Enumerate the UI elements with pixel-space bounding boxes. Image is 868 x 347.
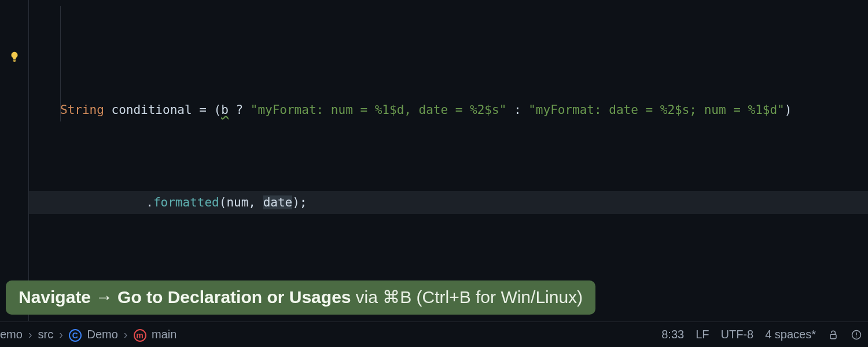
method-icon: m (134, 329, 146, 342)
code-line-current[interactable]: .formatted(num, date); (29, 191, 868, 214)
hint-action-name: Go to Declaration or Usages (117, 286, 351, 308)
status-bar: emo › src › C Demo › m main 8:33 LF UTF-… (0, 322, 868, 347)
class-icon: C (69, 329, 82, 342)
gutter (0, 0, 29, 321)
intention-bulb-icon[interactable] (8, 50, 21, 65)
svg-rect-1 (13, 61, 16, 62)
hint-shortcut-text: via ⌘B (Ctrl+B for Win/Linux) (356, 286, 583, 308)
chevron-right-icon: › (124, 328, 128, 341)
caret-position[interactable]: 8:33 (661, 328, 684, 341)
code-line[interactable]: String conditional = (b ? "myFormat: num… (29, 98, 868, 121)
breadcrumbs[interactable]: emo › src › C Demo › m main (0, 328, 176, 342)
readonly-lock-icon[interactable] (827, 329, 839, 341)
arrow-icon: → (95, 286, 113, 308)
hint-menu-path: Navigate (19, 286, 91, 308)
editor-area: String conditional = (b ? "myFormat: num… (0, 0, 868, 321)
breadcrumb-item[interactable]: src (38, 328, 54, 341)
chevron-right-icon: › (59, 328, 63, 341)
breadcrumb-item[interactable]: emo (0, 328, 23, 341)
breadcrumb-item[interactable]: m main (134, 328, 177, 342)
code-pane[interactable]: String conditional = (b ? "myFormat: num… (29, 0, 868, 321)
svg-rect-0 (13, 60, 16, 61)
status-right-group: 8:33 LF UTF-8 4 spaces* (661, 328, 862, 341)
shortcut-hint-banner: Navigate → Go to Declaration or Usages v… (6, 280, 595, 315)
svg-point-5 (856, 336, 857, 337)
svg-rect-2 (830, 334, 836, 339)
file-encoding[interactable]: UTF-8 (720, 328, 753, 341)
chevron-right-icon: › (28, 328, 32, 341)
problems-alert-icon[interactable] (851, 329, 862, 341)
line-separator[interactable]: LF (696, 328, 709, 341)
breadcrumb-item[interactable]: C Demo (69, 328, 118, 342)
indent-settings[interactable]: 4 spaces* (765, 328, 816, 341)
